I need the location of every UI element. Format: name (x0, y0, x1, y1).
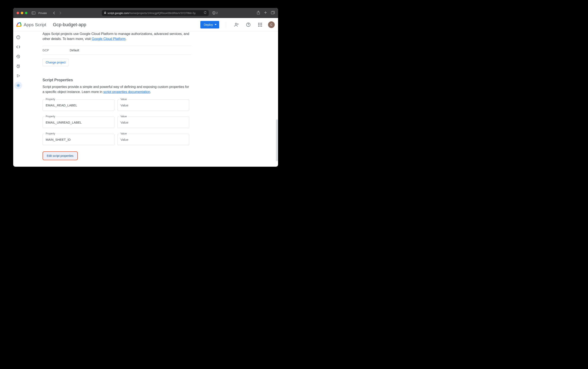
share-icon[interactable] (257, 11, 260, 15)
rail-executions-icon[interactable] (14, 72, 22, 80)
scrollbar-thumb[interactable] (276, 119, 278, 161)
project-name: Gcp-budget-app (53, 22, 86, 27)
script-property-row: Property EMAIL_READ_LABEL Value Value (42, 100, 189, 111)
script-properties-doc-link[interactable]: script properties documentation (103, 90, 150, 94)
product-logo-block[interactable]: Apps Script (16, 21, 46, 28)
value-field[interactable]: Value Value (117, 117, 189, 128)
forward-button[interactable] (58, 11, 63, 15)
nav-arrows (52, 11, 63, 15)
window-close-button[interactable] (17, 12, 19, 14)
tracker-count: 2 (216, 11, 218, 14)
tabs-overview-icon[interactable] (271, 11, 275, 15)
private-browsing-label: Private (38, 11, 47, 15)
script-property-row: Property EMAIL_UNREAD_LABEL Value Value (42, 117, 189, 128)
content-area: Apps Script projects use Google Cloud Pl… (23, 31, 278, 167)
url-text: script.google.com/home/projects/1HmcgpfQ… (107, 11, 196, 15)
property-value: MAIN_SHEET_ID (42, 134, 115, 145)
change-project-button[interactable]: Change project (42, 59, 69, 66)
value-placeholder: Value (117, 134, 189, 145)
gcp-row: GCP Default (42, 46, 191, 55)
value-field[interactable]: Value Value (117, 134, 189, 145)
property-value: EMAIL_UNREAD_LABEL (42, 117, 115, 128)
script-properties-list: Property EMAIL_READ_LABEL Value Value Pr… (42, 100, 189, 145)
property-field[interactable]: Property MAIN_SHEET_ID (42, 134, 115, 145)
window-minimize-button[interactable] (21, 12, 23, 14)
value-placeholder: Value (117, 117, 189, 128)
apps-script-logo-icon (16, 21, 22, 28)
property-field[interactable]: Property EMAIL_UNREAD_LABEL (42, 117, 115, 128)
deploy-button[interactable]: Deploy (200, 21, 219, 29)
script-properties-heading: Script Properties (42, 78, 278, 82)
svg-point-17 (248, 26, 249, 26)
address-bar[interactable]: script.google.com/home/projects/1HmcgpfQ… (102, 10, 209, 16)
svg-line-23 (19, 65, 20, 65)
avatar-letter: C (270, 23, 273, 26)
svg-point-13 (235, 23, 237, 24)
svg-marker-27 (19, 75, 20, 76)
rail-overview-icon[interactable] (14, 33, 22, 41)
back-button[interactable] (52, 11, 56, 15)
share-add-person-icon[interactable] (233, 21, 240, 29)
app-header: Apps Script Gcp-budget-app Deploy C (13, 18, 278, 31)
value-placeholder: Value (117, 100, 189, 111)
property-field[interactable]: Property EMAIL_READ_LABEL (42, 100, 115, 111)
svg-rect-2 (104, 12, 106, 14)
svg-line-22 (17, 65, 18, 65)
gcp-row-value: Default (70, 49, 79, 52)
traffic-lights (17, 12, 27, 14)
property-legend: Property (45, 115, 56, 118)
reload-icon[interactable] (204, 11, 207, 15)
deploy-button-label: Deploy (204, 23, 213, 26)
svg-point-20 (18, 38, 19, 38)
svg-rect-0 (32, 12, 35, 14)
rail-history-icon[interactable] (14, 53, 22, 60)
titlebar: Private script.google.com/home/projects/… (13, 8, 278, 18)
left-rail (13, 31, 23, 167)
window-zoom-button[interactable] (25, 12, 27, 14)
svg-rect-8 (271, 12, 274, 14)
property-legend: Property (45, 98, 56, 101)
property-value: EMAIL_READ_LABEL (42, 100, 115, 111)
chevron-down-icon (215, 24, 217, 25)
gcp-row-label: GCP (42, 49, 70, 52)
script-properties-description: Script properties provide a simple and p… (42, 84, 191, 94)
value-field[interactable]: Value Value (117, 100, 189, 111)
titlebar-right-icons (257, 11, 275, 15)
header-divider (226, 22, 226, 28)
svg-point-28 (18, 85, 19, 86)
google-apps-icon[interactable] (256, 21, 264, 29)
browser-window: Private script.google.com/home/projects/… (13, 8, 278, 167)
help-icon[interactable] (244, 21, 252, 29)
rail-triggers-icon[interactable] (14, 62, 22, 70)
app-body: Apps Script projects use Google Cloud Pl… (13, 31, 278, 167)
product-name: Apps Script (24, 22, 46, 27)
account-avatar[interactable]: C (268, 21, 275, 28)
rail-editor-icon[interactable] (14, 43, 22, 51)
gcp-link[interactable]: Google Cloud Platform (92, 37, 126, 41)
script-property-row: Property MAIN_SHEET_ID Value Value (42, 134, 189, 145)
gcp-description: Apps Script projects use Google Cloud Pl… (42, 31, 191, 41)
value-legend: Value (119, 132, 128, 135)
edit-script-properties-button[interactable]: Edit script properties (42, 151, 78, 160)
property-legend: Property (45, 132, 56, 135)
value-legend: Value (119, 115, 128, 118)
sidebar-toggle-icon[interactable] (32, 11, 35, 15)
lock-icon (104, 11, 106, 15)
rail-settings-icon[interactable] (14, 82, 22, 89)
new-tab-icon[interactable] (264, 11, 267, 15)
tracker-shield[interactable]: 2 (212, 11, 218, 15)
value-legend: Value (119, 98, 128, 101)
